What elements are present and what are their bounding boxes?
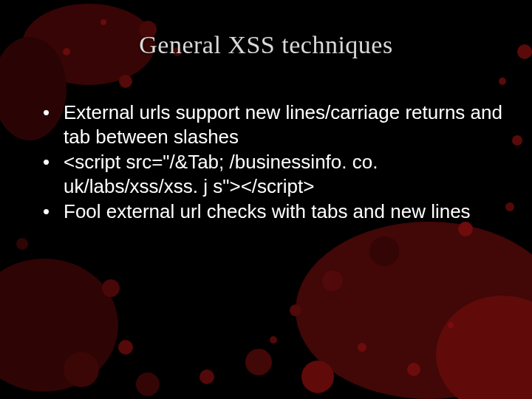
list-item: External urls support new lines/carriage…: [37, 100, 502, 149]
slide-title: General XSS techniques: [0, 31, 532, 59]
list-item: Fool external url checks with tabs and n…: [37, 200, 502, 224]
bullet-list: External urls support new lines/carriage…: [0, 100, 532, 224]
list-item: <script src="/&Tab; /businessinfo. co. u…: [37, 150, 502, 198]
slide-content: General XSS techniques External urls sup…: [0, 0, 532, 399]
